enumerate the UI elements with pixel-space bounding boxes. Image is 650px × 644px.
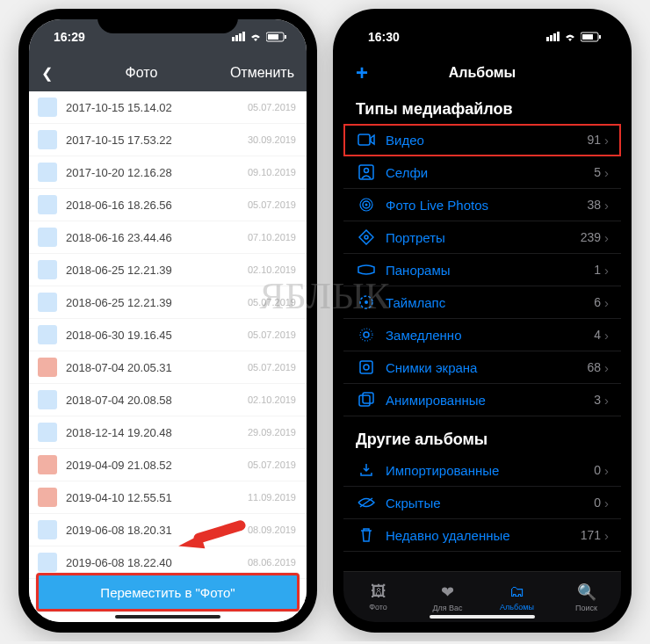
album-label: Панорамы	[386, 263, 594, 278]
file-row[interactable]: 2018-12-14 19.20.48 29.09.2019	[29, 416, 307, 449]
slowmo-icon	[356, 327, 377, 343]
album-row-портреты[interactable]: Портреты 239 ›	[343, 221, 621, 254]
file-date: 08.06.2019	[248, 557, 296, 568]
file-thumb	[38, 488, 57, 507]
file-row[interactable]: 2018-06-25 12.21.39 05.07.2019	[29, 286, 307, 319]
album-label: Замедленно	[386, 328, 594, 343]
file-row[interactable]: 2017-10-15 15.14.02 05.07.2019	[29, 91, 307, 124]
file-thumb	[38, 163, 57, 182]
file-thumb	[38, 130, 57, 149]
album-label: Снимки экрана	[386, 360, 587, 375]
status-time: 16:29	[54, 30, 85, 44]
album-count: 5	[594, 165, 601, 179]
file-row[interactable]: 2018-06-16 18.26.56 05.07.2019	[29, 189, 307, 221]
file-row[interactable]: 2019-04-09 21.08.52 05.07.2019	[29, 449, 307, 481]
album-label: Видео	[386, 133, 587, 148]
file-list[interactable]: 2017-10-15 15.14.02 05.07.2019 2017-10-1…	[29, 91, 307, 622]
chevron-right-icon: ›	[604, 328, 609, 343]
album-row-скрытые[interactable]: Скрытые 0 ›	[343, 487, 621, 519]
file-name: 2018-06-16 18.26.56	[66, 199, 248, 212]
file-name: 2019-04-09 21.08.52	[66, 459, 248, 472]
album-row-недавно-удаленные[interactable]: Недавно удаленные 171 ›	[343, 519, 621, 552]
home-indicator	[430, 615, 535, 619]
file-thumb	[38, 228, 57, 247]
file-row[interactable]: 2018-07-04 20.08.58 02.10.2019	[29, 384, 307, 416]
nav-bar: + Альбомы	[343, 54, 621, 91]
chevron-right-icon: ›	[604, 528, 609, 543]
file-name: 2018-06-25 12.21.39	[66, 264, 248, 277]
file-date: 29.09.2019	[248, 427, 296, 438]
album-count: 91	[587, 133, 601, 147]
file-row[interactable]: 2017-10-15 17.53.22 30.09.2019	[29, 124, 307, 156]
album-row-селфи[interactable]: Селфи 5 ›	[343, 156, 621, 189]
file-date: 08.09.2019	[248, 525, 296, 535]
album-row-панорамы[interactable]: Панорамы 1 ›	[343, 254, 621, 286]
signal-icon	[545, 30, 560, 44]
album-label: Анимированные	[386, 393, 594, 408]
file-thumb	[38, 553, 57, 572]
file-date: 05.07.2019	[248, 199, 296, 210]
album-row-видео[interactable]: Видео 91 ›	[343, 124, 621, 156]
album-row-таймлапс[interactable]: Таймлапс 6 ›	[343, 286, 621, 319]
file-thumb	[38, 390, 57, 409]
panorama-icon	[356, 264, 377, 275]
file-name: 2018-06-30 19.16.45	[66, 329, 248, 342]
album-label: Селфи	[386, 165, 594, 180]
album-row-замедленно[interactable]: Замедленно 4 ›	[343, 319, 621, 351]
svg-rect-2	[268, 34, 278, 40]
svg-point-16	[364, 332, 369, 337]
svg-point-14	[365, 300, 368, 304]
file-row[interactable]: 2018-06-25 12.21.39 02.10.2019	[29, 254, 307, 286]
cancel-button[interactable]: Отменить	[230, 65, 294, 81]
live-icon	[356, 197, 377, 213]
wifi-icon	[249, 32, 263, 42]
nav-title: Альбомы	[449, 65, 516, 81]
animated-icon	[356, 392, 377, 408]
phone-right: 16:30 + Альбомы Типы медиафайлов Видео 9…	[333, 9, 632, 633]
tab-Поиск[interactable]: 🔍 Поиск	[552, 572, 621, 622]
file-row[interactable]: 2019-06-08 18.20.31 08.09.2019	[29, 514, 307, 546]
file-thumb	[38, 195, 57, 214]
album-row-фото-live-photos[interactable]: Фото Live Photos 38 ›	[343, 189, 621, 221]
album-row-снимки-экрана[interactable]: Снимки экрана 68 ›	[343, 351, 621, 384]
chevron-right-icon: ›	[604, 230, 609, 245]
file-row[interactable]: 2019-04-10 12.55.51 11.09.2019	[29, 481, 307, 514]
tab-Фото[interactable]: 🖼 Фото	[343, 572, 413, 622]
trash-icon	[356, 527, 377, 543]
tab-label: Фото	[369, 603, 387, 611]
album-count: 3	[594, 393, 601, 407]
screenshot-icon	[356, 359, 377, 375]
add-icon[interactable]: +	[356, 62, 368, 83]
chevron-right-icon: ›	[604, 263, 609, 278]
svg-point-15	[360, 329, 372, 341]
file-row[interactable]: 2017-10-20 12.16.28 09.10.2019	[29, 156, 307, 189]
file-name: 2018-12-14 19.20.48	[66, 426, 248, 439]
file-date: 05.07.2019	[248, 102, 296, 112]
tab-label: Для Вас	[432, 604, 462, 612]
svg-rect-17	[360, 361, 372, 373]
portrait-icon	[356, 229, 377, 245]
file-row[interactable]: 2018-06-30 19.16.45 05.07.2019	[29, 319, 307, 351]
svg-point-11	[365, 204, 368, 206]
file-date: 02.10.2019	[248, 394, 296, 405]
file-name: 2017-10-15 15.14.02	[66, 101, 248, 114]
file-row[interactable]: 2018-06-16 23.44.46 07.10.2019	[29, 221, 307, 254]
move-to-photos-button[interactable]: Переместить в "Фото"	[36, 573, 300, 611]
svg-point-18	[364, 365, 369, 370]
chevron-right-icon: ›	[604, 133, 609, 148]
album-row-импортированные[interactable]: Импортированные 0 ›	[343, 454, 621, 487]
file-thumb	[38, 325, 57, 344]
back-icon[interactable]: ❮	[41, 65, 53, 82]
album-label: Фото Live Photos	[386, 198, 587, 213]
albums-scroll[interactable]: Типы медиафайлов Видео 91 › Селфи 5 › Фо…	[343, 91, 621, 571]
album-row-анимированные[interactable]: Анимированные 3 ›	[343, 384, 621, 416]
file-date: 30.09.2019	[248, 134, 296, 145]
file-row[interactable]: 2018-07-04 20.05.31 05.07.2019	[29, 351, 307, 384]
file-date: 05.07.2019	[248, 459, 296, 470]
tab-icon: 🔍	[577, 582, 596, 602]
nav-bar: ❮ Фото Отменить	[29, 54, 307, 91]
file-thumb	[38, 98, 57, 117]
svg-point-8	[365, 169, 369, 173]
album-count: 0	[594, 463, 601, 477]
file-date: 07.10.2019	[248, 232, 296, 242]
